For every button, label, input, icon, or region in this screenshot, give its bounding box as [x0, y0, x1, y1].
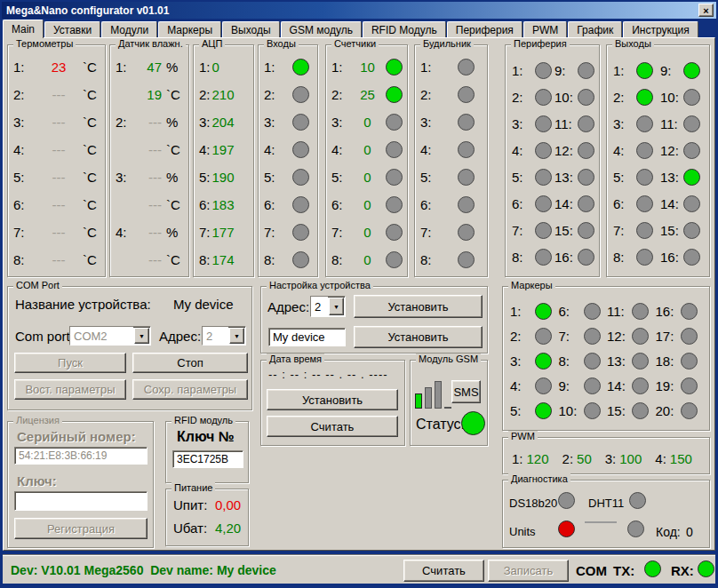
address-label: Адрес: [159, 329, 201, 344]
pwm-value: 120 [527, 451, 549, 466]
group-label: Маркеры [508, 280, 555, 290]
row-value: 190 [212, 170, 235, 185]
row-number: 4: [420, 142, 445, 157]
group-alarms: Будильник 1: 2: 3: 4: [414, 44, 488, 277]
read-button[interactable]: Считать [403, 560, 484, 582]
marker-led [681, 402, 698, 419]
marker-cell: 18: [656, 349, 705, 374]
group-label: Диагностика [508, 473, 570, 484]
row-number: 7: [13, 225, 35, 240]
row-value: --- [35, 225, 83, 240]
counter-value: 0 [349, 252, 386, 267]
com-port-label: Com port: [15, 329, 74, 344]
set-name-button[interactable]: Установить [354, 326, 483, 348]
tab[interactable]: Выходы [222, 21, 280, 37]
group-inputs: Входы 1: 2: 3: 4: [258, 44, 318, 277]
periphery-cell: 6: [512, 191, 553, 218]
rfid-key-field[interactable] [172, 450, 243, 468]
ds18b20-label: DS18b20 [509, 497, 557, 510]
pwm-values: 1: 120 2: 50 3: 100 4: 150 [512, 449, 704, 468]
address-select[interactable]: 2 ▼ [202, 326, 246, 346]
save-params-button[interactable]: Сохр. параметры [132, 379, 248, 400]
row-value: --- [35, 252, 83, 267]
row-number: 4: [331, 142, 349, 157]
button-label: Стоп [177, 356, 203, 369]
cell-number: 7: [559, 329, 584, 344]
serial-number-field[interactable] [14, 447, 148, 465]
set-datetime-button[interactable]: Установить [267, 389, 398, 410]
marker-cell: 7: [559, 324, 608, 349]
output-led [636, 89, 653, 106]
marker-cell: 19: [656, 373, 705, 398]
tab[interactable]: Уставки [44, 21, 100, 37]
pwm-number: 3: [605, 451, 617, 466]
row-value: --- [133, 197, 166, 212]
titlebar[interactable]: Mega&Nano configurator v01.01 × [2, 2, 716, 19]
output-led [683, 142, 700, 159]
marker-led [584, 377, 601, 394]
cell-number: 10: [660, 90, 683, 105]
tab[interactable]: RFID Модуль [363, 21, 446, 37]
group-label: Модуль GSM [416, 354, 481, 364]
tab[interactable]: Main [3, 20, 44, 38]
row-number: 8: [199, 252, 211, 267]
counter-row: 1: 10 [331, 56, 403, 77]
cell-number: 15: [554, 223, 578, 238]
tab[interactable]: Инструкция [623, 21, 698, 37]
counter-row: 2: 25 [331, 83, 403, 105]
license-key-field[interactable] [14, 491, 148, 511]
stop-button[interactable]: Стоп [132, 353, 248, 373]
group-label: Периферия [511, 38, 570, 49]
sms-button[interactable]: SMS [451, 380, 481, 403]
periphery-cell: 11: [554, 110, 595, 137]
group-label: PWM [508, 431, 538, 441]
com-port-select[interactable]: COM2 ▼ [69, 326, 151, 346]
tab[interactable]: GSM модуль [281, 21, 362, 37]
periphery-cell: 3: [512, 110, 553, 137]
tab[interactable]: PWM [523, 21, 567, 37]
vcc-value: 0,00 [215, 497, 241, 513]
row-number: 4: [13, 142, 35, 157]
read-datetime-button[interactable]: Считать [267, 416, 398, 437]
vbat-value: 4,20 [215, 520, 241, 536]
group-label: Счетчики [331, 38, 379, 49]
input-row: 5: [264, 167, 313, 188]
serial-number-label: Серийный номер: [17, 429, 136, 444]
row-number: 3: [264, 115, 285, 130]
row-value: 183 [212, 197, 235, 212]
setup-address-label: Адрес: [267, 299, 309, 314]
row-unit: % [166, 115, 184, 130]
pwm-value: 150 [670, 451, 692, 466]
counter-led [386, 141, 403, 158]
pwm-value: 100 [619, 451, 642, 466]
register-button[interactable]: Регистрация [14, 518, 148, 539]
tab[interactable]: Маркеры [158, 21, 221, 37]
close-button[interactable]: × [698, 4, 714, 17]
button-label: Вост. параметры [25, 383, 115, 396]
restore-params-button[interactable]: Вост. параметры [14, 379, 126, 400]
vbat-label: Uбат: [173, 520, 207, 536]
cell-number: 13: [554, 170, 578, 185]
alarm-row: 5: [420, 167, 483, 188]
write-button[interactable]: Записать [488, 560, 569, 582]
tab[interactable]: График [568, 21, 622, 37]
adc-row: 2: 210 [199, 83, 249, 105]
row-number: 5: [420, 170, 445, 185]
signal-bar [415, 393, 422, 409]
start-button[interactable]: Пуск [14, 353, 126, 373]
marker-led [632, 303, 649, 320]
device-status-text: Dev: V10.01 Mega2560 Dev name: My device [11, 563, 276, 577]
humidity-row: --- `C [116, 250, 184, 271]
setup-address-select[interactable]: 2 ▼ [310, 296, 346, 317]
signal-bar [435, 381, 442, 409]
tab[interactable]: Модули [101, 21, 157, 37]
output-led [636, 115, 653, 132]
row-number: 7: [331, 225, 349, 240]
set-address-button[interactable]: Установить [354, 295, 483, 318]
row-number: 6: [331, 197, 349, 212]
periphery-led [535, 62, 552, 79]
tab[interactable]: Периферия [447, 21, 523, 37]
device-name-field[interactable] [268, 328, 346, 346]
cell-number: 5: [613, 170, 636, 185]
marker-led [681, 303, 698, 320]
